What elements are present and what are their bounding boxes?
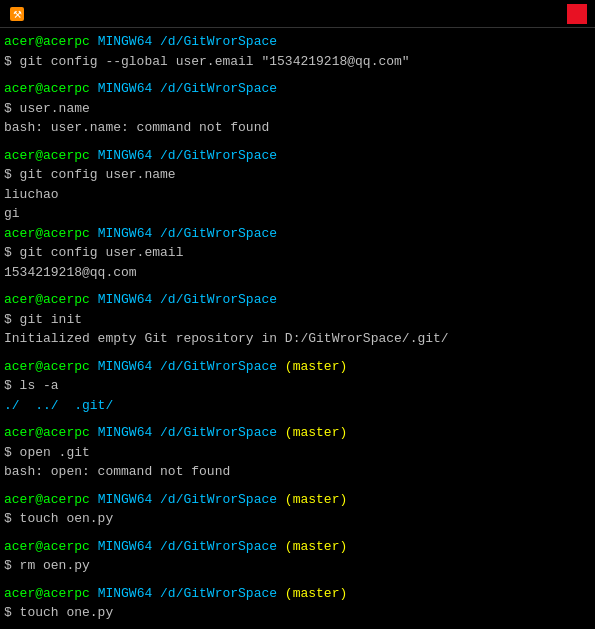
output-line: liuchao [4, 185, 591, 205]
prompt-line: acer@acerpc MINGW64 /d/GitWrorSpace [4, 32, 591, 52]
command-line: $ git config user.name [4, 165, 591, 185]
prompt-path: MINGW64 /d/GitWrorSpace [90, 81, 277, 96]
prompt-branch: (master) [277, 359, 347, 374]
titlebar: ⚒ [0, 0, 595, 28]
empty-line [4, 623, 591, 630]
command-line: $ touch oen.py [4, 509, 591, 529]
prompt-branch: (master) [277, 492, 347, 507]
prompt-user: acer@acerpc [4, 292, 90, 307]
app-icon: ⚒ [8, 5, 26, 23]
dir-list-line: ./ ../ .git/ [4, 396, 591, 416]
close-button[interactable] [567, 4, 587, 24]
empty-line [4, 482, 591, 490]
prompt-path: MINGW64 /d/GitWrorSpace [90, 425, 277, 440]
prompt-user: acer@acerpc [4, 539, 90, 554]
prompt-branch: (master) [277, 425, 347, 440]
prompt-line: acer@acerpc MINGW64 /d/GitWrorSpace [4, 224, 591, 244]
prompt-path: MINGW64 /d/GitWrorSpace [90, 492, 277, 507]
prompt-user: acer@acerpc [4, 586, 90, 601]
prompt-line: acer@acerpc MINGW64 /d/GitWrorSpace (mas… [4, 357, 591, 377]
output-line: bash: user.name: command not found [4, 118, 591, 138]
prompt-user: acer@acerpc [4, 148, 90, 163]
empty-line [4, 576, 591, 584]
prompt-line: acer@acerpc MINGW64 /d/GitWrorSpace (mas… [4, 584, 591, 604]
prompt-path: MINGW64 /d/GitWrorSpace [90, 34, 277, 49]
prompt-branch: (master) [277, 539, 347, 554]
output-line: gi [4, 204, 591, 224]
prompt-line: acer@acerpc MINGW64 /d/GitWrorSpace [4, 290, 591, 310]
command-line: $ touch one.py [4, 603, 591, 623]
terminal-output: acer@acerpc MINGW64 /d/GitWrorSpace$ git… [0, 28, 595, 629]
command-line: $ git config user.email [4, 243, 591, 263]
empty-line [4, 138, 591, 146]
empty-line [4, 71, 591, 79]
prompt-user: acer@acerpc [4, 34, 90, 49]
prompt-line: acer@acerpc MINGW64 /d/GitWrorSpace [4, 146, 591, 166]
prompt-user: acer@acerpc [4, 81, 90, 96]
window-controls [519, 4, 587, 24]
command-line: $ git init [4, 310, 591, 330]
command-line: $ open .git [4, 443, 591, 463]
prompt-line: acer@acerpc MINGW64 /d/GitWrorSpace (mas… [4, 537, 591, 557]
empty-line [4, 415, 591, 423]
empty-line [4, 529, 591, 537]
empty-line [4, 349, 591, 357]
prompt-path: MINGW64 /d/GitWrorSpace [90, 586, 277, 601]
prompt-path: MINGW64 /d/GitWrorSpace [90, 539, 277, 554]
output-line: Initialized empty Git repository in D:/G… [4, 329, 591, 349]
prompt-line: acer@acerpc MINGW64 /d/GitWrorSpace (mas… [4, 490, 591, 510]
prompt-line: acer@acerpc MINGW64 /d/GitWrorSpace (mas… [4, 423, 591, 443]
output-line: 1534219218@qq.com [4, 263, 591, 283]
maximize-button[interactable] [543, 4, 563, 24]
prompt-user: acer@acerpc [4, 425, 90, 440]
empty-line [4, 282, 591, 290]
minimize-button[interactable] [519, 4, 539, 24]
prompt-path: MINGW64 /d/GitWrorSpace [90, 226, 277, 241]
command-line: $ user.name [4, 99, 591, 119]
command-line: $ git config --global user.email "153421… [4, 52, 591, 72]
prompt-branch: (master) [277, 586, 347, 601]
prompt-path: MINGW64 /d/GitWrorSpace [90, 148, 277, 163]
prompt-path: MINGW64 /d/GitWrorSpace [90, 359, 277, 374]
prompt-user: acer@acerpc [4, 359, 90, 374]
prompt-user: acer@acerpc [4, 492, 90, 507]
command-line: $ rm oen.py [4, 556, 591, 576]
prompt-path: MINGW64 /d/GitWrorSpace [90, 292, 277, 307]
prompt-line: acer@acerpc MINGW64 /d/GitWrorSpace [4, 79, 591, 99]
output-line: bash: open: command not found [4, 462, 591, 482]
svg-text:⚒: ⚒ [13, 9, 22, 20]
command-line: $ ls -a [4, 376, 591, 396]
prompt-user: acer@acerpc [4, 226, 90, 241]
